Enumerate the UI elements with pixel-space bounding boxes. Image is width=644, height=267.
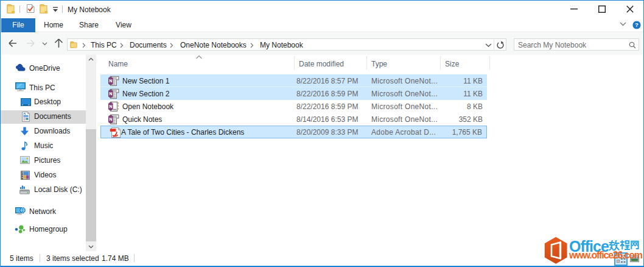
svg-text:?: ? — [635, 21, 639, 28]
